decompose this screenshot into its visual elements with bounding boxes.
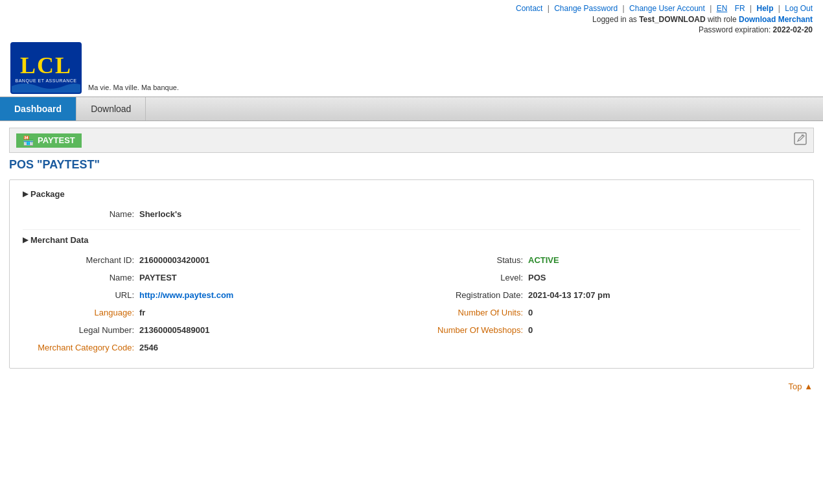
top-label: Top	[789, 382, 802, 391]
role-prefix-text: with role	[708, 15, 737, 24]
logo-text: LCL	[20, 54, 72, 77]
nav-tabs: Dashboard Download	[0, 97, 823, 121]
edit-icon-button[interactable]	[794, 132, 807, 148]
tagline: Ma vie. Ma ville. Ma banque.	[88, 84, 179, 91]
num-webshops-label: Number Of Webshops:	[412, 325, 528, 335]
merchant-lang-label: Language:	[23, 308, 139, 317]
merchant-name-value: PAYTEST	[139, 273, 177, 282]
merchant-section-header[interactable]: ▶ Merchant Data	[23, 235, 800, 245]
reg-date-value: 2021-04-13 17:07 pm	[528, 290, 610, 300]
mcc-row: Merchant Category Code: 2546	[23, 339, 412, 356]
merchant-lang-value: fr	[139, 308, 145, 317]
merchant-arrow: ▶	[23, 236, 28, 244]
sep6: |	[778, 4, 780, 13]
merchant-id-row: Merchant ID: 216000003420001	[23, 251, 412, 269]
legal-number-label: Legal Number:	[23, 325, 139, 335]
help-link[interactable]: Help	[756, 4, 773, 13]
level-value: POS	[528, 273, 546, 282]
footer-top: Top ▲	[0, 375, 823, 395]
logo-box: LCL BANQUE ET ASSURANCE	[10, 42, 82, 94]
merchant-url-row: URL: http://www.paytest.com	[23, 286, 412, 304]
expiry-line: Password expiration: 2022-02-20	[0, 25, 823, 37]
merchant-section-label: Merchant Data	[30, 235, 89, 245]
merchant-fields-grid: Merchant ID: 216000003420001 Name: PAYTE…	[23, 251, 800, 356]
num-units-row: Number Of Units: 0	[412, 304, 800, 321]
package-section-label: Package	[30, 189, 65, 199]
merchant-left-col: Merchant ID: 216000003420001 Name: PAYTE…	[23, 251, 412, 356]
legal-number-value: 213600005489001	[139, 325, 209, 335]
expiry-date-value: 2022-02-20	[773, 25, 813, 34]
pos-badge-label: PAYTEST	[38, 135, 75, 145]
svg-rect-0	[794, 133, 806, 144]
num-webshops-row: Number Of Webshops: 0	[412, 321, 800, 339]
merchant-url-label: URL:	[23, 290, 139, 300]
change-password-link[interactable]: Change Password	[554, 4, 618, 13]
main-content: 🏪 PAYTEST POS "PAYTEST" ▶ Package Name: …	[0, 121, 823, 375]
reg-date-row: Registration Date: 2021-04-13 17:07 pm	[412, 286, 800, 304]
section-divider	[23, 229, 800, 230]
status-label: Status:	[412, 255, 528, 265]
level-label: Level:	[412, 273, 528, 282]
mcc-label: Merchant Category Code:	[23, 343, 139, 352]
legal-number-row: Legal Number: 213600005489001	[23, 321, 412, 339]
contact-link[interactable]: Contact	[516, 4, 542, 13]
level-row: Level: POS	[412, 269, 800, 286]
top-arrow-icon: ▲	[804, 382, 813, 391]
merchant-url-value: http://www.paytest.com	[139, 290, 233, 300]
top-nav-bar: Contact | Change Password | Change User …	[0, 0, 823, 14]
pos-badge-icon: 🏪	[23, 135, 34, 146]
username: Test_DOWNLOAD	[639, 15, 705, 24]
merchant-id-value: 216000003420001	[139, 255, 209, 265]
package-name-row: Name: Sherlock's	[23, 205, 412, 223]
logged-in-prefix: Logged in as	[592, 15, 637, 24]
num-webshops-value: 0	[528, 325, 533, 335]
user-role-text: Download Merchant	[739, 15, 813, 24]
status-value: ACTIVE	[528, 255, 559, 265]
package-fields: Name: Sherlock's	[23, 205, 800, 223]
sep5: |	[750, 4, 752, 13]
pos-title: POS "PAYTEST"	[9, 158, 814, 172]
data-card: ▶ Package Name: Sherlock's ▶ Merchant Da…	[9, 179, 814, 369]
logged-in-line: Logged in as Test_DOWNLOAD with role Dow…	[0, 14, 823, 25]
logo-area: LCL BANQUE ET ASSURANCE Ma vie. Ma ville…	[0, 37, 823, 97]
sep1: |	[548, 4, 550, 13]
merchant-right-col: Status: ACTIVE Level: POS Registration D…	[412, 251, 800, 356]
merchant-name-label: Name:	[23, 273, 139, 282]
logo-wave-svg	[12, 81, 82, 93]
num-units-value: 0	[528, 308, 533, 317]
tab-dashboard[interactable]: Dashboard	[0, 97, 76, 120]
pos-header-bar: 🏪 PAYTEST	[9, 128, 814, 153]
top-link[interactable]: Top ▲	[789, 382, 813, 391]
sep3: |	[710, 4, 712, 13]
package-name-label: Name:	[23, 209, 139, 219]
package-arrow: ▶	[23, 190, 28, 198]
logout-link[interactable]: Log Out	[785, 4, 813, 13]
status-row: Status: ACTIVE	[412, 251, 800, 269]
lang-fr-link[interactable]: FR	[735, 4, 745, 13]
package-name-value: Sherlock's	[139, 209, 181, 219]
pos-badge: 🏪 PAYTEST	[16, 133, 82, 148]
change-user-account-link[interactable]: Change User Account	[629, 4, 705, 13]
merchant-id-label: Merchant ID:	[23, 255, 139, 265]
package-section-header[interactable]: ▶ Package	[23, 189, 800, 199]
sep2: |	[623, 4, 625, 13]
mcc-value: 2546	[139, 343, 158, 352]
merchant-name-row: Name: PAYTEST	[23, 269, 412, 286]
expiry-prefix: Password expiration:	[699, 25, 771, 34]
reg-date-label: Registration Date:	[412, 290, 528, 300]
tab-spacer	[146, 97, 823, 120]
tab-download[interactable]: Download	[76, 97, 146, 120]
num-units-label: Number Of Units:	[412, 308, 528, 317]
merchant-lang-row: Language: fr	[23, 304, 412, 321]
lang-en-link[interactable]: EN	[717, 4, 728, 13]
